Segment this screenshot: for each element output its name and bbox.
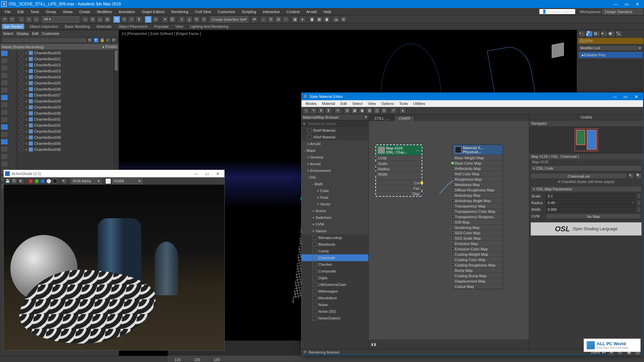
node-input[interactable]: Coating Weight Map: [453, 251, 502, 257]
spinner-icon[interactable]: [637, 193, 641, 199]
browser-item[interactable]: + Switchers: [302, 214, 368, 221]
node-input[interactable]: Transparency Color Map: [453, 208, 502, 214]
socket-in[interactable]: [451, 188, 454, 191]
browser-item[interactable]: + Values: [302, 228, 368, 234]
hierarchy-tab[interactable]: ▤: [593, 31, 600, 37]
browser-item[interactable]: Digits: [302, 275, 368, 281]
socket-in[interactable]: [374, 173, 377, 176]
material-editor-button[interactable]: ●: [299, 16, 306, 23]
menu-tools[interactable]: Tools: [27, 9, 43, 14]
unlink-button[interactable]: ⤫: [25, 16, 32, 23]
node-input[interactable]: Transparency Rougnes...: [453, 214, 502, 219]
filter-container-icon[interactable]: [1, 124, 8, 130]
filter-shape-icon[interactable]: [1, 65, 8, 71]
named-selection[interactable]: Create Selection Se ▾: [210, 16, 248, 22]
se-menu-select[interactable]: Select: [3, 32, 13, 36]
node-input[interactable]: Base Weight Map: [453, 155, 502, 160]
as-copy-icon[interactable]: ⿻: [12, 178, 17, 184]
visibility-icon[interactable]: [19, 51, 24, 55]
maximize-button[interactable]: ▭: [621, 0, 632, 8]
menu-views[interactable]: Views: [59, 9, 76, 14]
socket-in[interactable]: [451, 172, 454, 175]
node-input[interactable]: IOR Map: [453, 219, 502, 225]
node-input[interactable]: Refl Color Map: [453, 171, 502, 176]
node-minimize-icon[interactable]: —: [416, 148, 420, 152]
socket-in[interactable]: [451, 237, 454, 240]
browser-item[interactable]: + UVW: [302, 221, 368, 228]
browser-search-input[interactable]: [307, 122, 368, 126]
menu-animation[interactable]: Animation: [115, 9, 139, 14]
se-add-icon[interactable]: +: [106, 38, 111, 43]
move-button[interactable]: ✥: [113, 16, 120, 23]
as-swatch-icon[interactable]: [105, 178, 111, 184]
as-save-icon[interactable]: 💾: [5, 178, 11, 184]
socket-in[interactable]: [451, 183, 454, 186]
ribbon-objectinspection[interactable]: Object Inspection: [28, 24, 59, 29]
schematic-button[interactable]: ▦: [292, 16, 299, 23]
slate-assign-icon[interactable]: ⬇: [318, 107, 324, 114]
node-input[interactable]: Base Color Map: [453, 160, 502, 166]
node-input[interactable]: Bump Map: [453, 267, 502, 273]
as-green-channel[interactable]: [34, 179, 39, 184]
menu-scripting[interactable]: Scripting: [238, 9, 260, 14]
node-input[interactable]: Emission Color Map: [453, 246, 502, 251]
slate-menu-edit[interactable]: Edit: [338, 101, 350, 106]
browser-item[interactable]: + Arnold: [302, 161, 368, 167]
filter-camera-icon[interactable]: [1, 80, 8, 86]
scene-item[interactable]: ○ChamferBox027: [16, 92, 118, 98]
slate-lay-all-icon[interactable]: ◫: [373, 107, 380, 114]
socket-in[interactable]: [374, 162, 377, 165]
activeshade-render-view[interactable]: [4, 185, 224, 350]
browser-item[interactable]: BitmapLookup: [302, 234, 368, 241]
se-menu-display[interactable]: Display: [17, 32, 29, 36]
ribbon-view[interactable]: View: [174, 24, 185, 29]
ribbon-lighting[interactable]: Lighting And Rendering: [189, 24, 229, 29]
render-frame-button[interactable]: ▦: [316, 16, 323, 23]
socket-in[interactable]: [451, 231, 454, 234]
filter-9-icon[interactable]: [1, 154, 8, 160]
se-col-name[interactable]: Name (Sorted Ascending): [2, 45, 98, 49]
ribbon-materials[interactable]: Materials: [95, 24, 113, 29]
slate-menu-material[interactable]: Material: [319, 101, 338, 106]
as-alpha-channel[interactable]: [46, 179, 51, 184]
socket-in[interactable]: [451, 167, 454, 170]
socket-in[interactable]: [451, 242, 454, 245]
slate-matid-icon[interactable]: #: [390, 107, 397, 114]
menu-content[interactable]: Content: [283, 9, 303, 14]
node-input[interactable]: Emission Map: [453, 241, 502, 246]
browser-item[interactable]: Checker: [302, 261, 368, 268]
slate-maximize[interactable]: ▭: [620, 93, 631, 101]
socket-in[interactable]: [451, 162, 454, 165]
workspace-dropdown[interactable]: Design Standard: [602, 9, 643, 14]
scene-item[interactable]: ○ChamferBox029: [16, 104, 118, 110]
param-width-input[interactable]: 0.085: [546, 207, 635, 212]
browser-item[interactable]: Noise: [302, 301, 368, 308]
menu-interactive[interactable]: Interactive: [260, 9, 283, 14]
socket-in[interactable]: [451, 269, 454, 272]
browser-item[interactable]: XRef Material: [302, 134, 368, 140]
node-input[interactable]: Anisotropy Angle Map: [453, 198, 502, 203]
create-tab[interactable]: +: [579, 31, 585, 37]
viewcube[interactable]: [544, 37, 571, 64]
utilities-tab[interactable]: 🔧: [615, 31, 622, 37]
graph-button[interactable]: ⊞: [275, 16, 282, 23]
spinner-icon[interactable]: [637, 200, 641, 205]
socket-in[interactable]: [374, 167, 377, 170]
se-menu-edit[interactable]: Edit: [32, 32, 39, 36]
socket-in[interactable]: [451, 199, 454, 202]
filter-8-icon[interactable]: [1, 146, 8, 152]
visibility-icon[interactable]: [19, 111, 24, 116]
browser-item[interactable]: Chainmail: [302, 254, 368, 261]
select-window-button[interactable]: ⊞: [104, 16, 111, 23]
ribbon-populate[interactable]: Populate: [153, 24, 170, 29]
slate-preview-icon[interactable]: ●: [399, 107, 406, 114]
visibility-icon[interactable]: [19, 141, 24, 146]
filter-frozen-icon[interactable]: [1, 131, 8, 137]
ribbon-objectplacement[interactable]: Object Placement: [117, 24, 149, 29]
filter-7-icon[interactable]: [1, 139, 8, 145]
undo-button[interactable]: ↶: [1, 16, 8, 23]
node-input[interactable]: Coating Bump Map: [453, 273, 502, 278]
bind-button[interactable]: ◇: [33, 16, 40, 23]
slate-bgpreview-icon[interactable]: ▨: [366, 107, 373, 114]
slate-menu-modes[interactable]: Modes: [303, 101, 319, 106]
